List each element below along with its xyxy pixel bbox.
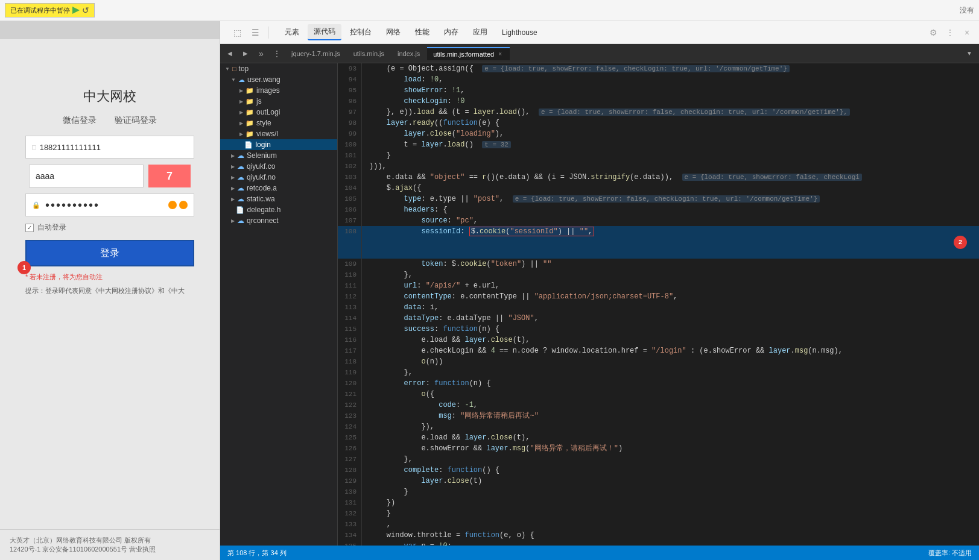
tab-application[interactable]: 应用 xyxy=(467,25,493,40)
tree-item-images[interactable]: ▶ 📁 images xyxy=(220,85,337,96)
password-field[interactable]: 🔒 •••••••••• xyxy=(25,193,194,216)
folder-icon: □ xyxy=(232,65,236,72)
file-tab-close-icon[interactable]: × xyxy=(496,51,504,58)
file-tab-utils[interactable]: utils.min.js xyxy=(347,48,390,60)
refresh-icon[interactable]: ↺ xyxy=(82,5,89,15)
arrow-icon: ▶ xyxy=(231,164,235,169)
tree-item-delegate[interactable]: 📄 delegate.h xyxy=(220,204,337,215)
tree-item-top[interactable]: ▼ □ top xyxy=(220,63,337,74)
file-tab-jquery[interactable]: jquery-1.7.min.js xyxy=(285,48,346,60)
line-113: 113 data: i, xyxy=(338,302,979,313)
line-135: 135 var n = !0; xyxy=(338,541,979,546)
inspect-icon[interactable]: ⬚ xyxy=(230,25,244,40)
left-panel: 中大网校 微信登录 验证码登录 □ 18821111111111 aaaa 7 … xyxy=(0,21,220,560)
line-117: 117 e.checkLogin && 4 == n.code ? window… xyxy=(338,345,979,356)
folder-icon: 📁 xyxy=(246,109,254,116)
nav-forward-icon[interactable]: ▶ xyxy=(238,46,253,61)
more-icon[interactable]: ⋮ xyxy=(943,25,957,40)
line-98: 98 layer.ready((function(e) { xyxy=(338,118,979,128)
close-devtools-icon[interactable]: × xyxy=(960,25,974,40)
wechat-login-tab[interactable]: 微信登录 xyxy=(63,115,97,126)
collapse-icon[interactable]: ▼ xyxy=(962,46,977,61)
nav-more-icon[interactable]: » xyxy=(254,46,268,61)
line-97: 97 }, e)).load && (t = layer.load(), e =… xyxy=(338,107,979,118)
folder-icon: 📁 xyxy=(246,98,254,105)
orange-dot-1 xyxy=(168,201,177,209)
folder-icon: 📁 xyxy=(246,130,254,138)
line-93: 93 (e = Object.assign({ e = {load: true,… xyxy=(338,63,979,74)
arrow-icon: ▶ xyxy=(239,99,243,104)
tree-item-qrconnect[interactable]: ▶ ☁ qrconnect xyxy=(220,215,337,226)
code-lines: 93 (e = Object.assign({ e = {load: true,… xyxy=(338,63,979,546)
line-108: 108 sessionId: $.cookie("sessionId") || … xyxy=(338,226,979,259)
auto-login-label: 自动登录 xyxy=(37,222,66,233)
tree-item-selenium[interactable]: ▶ ☁ Selenium xyxy=(220,150,337,161)
line-122: 122 code: -1, xyxy=(338,400,979,411)
tree-item-style[interactable]: ▶ 📁 style xyxy=(220,118,337,128)
captcha-image[interactable]: 7 xyxy=(148,165,191,187)
tree-label: style xyxy=(256,119,271,127)
tree-label-top: top xyxy=(239,64,249,73)
line-103: 103 e.data && "object" == r()(e.data) &&… xyxy=(338,172,979,183)
tree-label: qiyukf.co xyxy=(247,162,275,171)
tree-item-retcode[interactable]: ▶ ☁ retcode.a xyxy=(220,183,337,193)
file-tab-utils-formatted[interactable]: utils.min.js:formatted × xyxy=(427,47,510,60)
webpage-content: 中大网校 微信登录 验证码登录 □ 18821111111111 aaaa 7 … xyxy=(0,39,220,529)
line-119: 119 }, xyxy=(338,367,979,378)
tab-elements[interactable]: 元素 xyxy=(279,25,305,40)
line-112: 112 contentType: e.contentType || "appli… xyxy=(338,291,979,302)
top-icons: ⬚ ☰ xyxy=(225,23,276,42)
top-bar: 已在调试程序中暂停 ↺ 没有 xyxy=(0,0,979,21)
captcha-login-tab[interactable]: 验证码登录 xyxy=(115,115,157,126)
captcha-input[interactable]: aaaa xyxy=(29,165,144,187)
arrow-icon: ▶ xyxy=(231,197,235,202)
tab-performance[interactable]: 性能 xyxy=(409,25,436,40)
settings-icon[interactable]: ⚙ xyxy=(926,25,940,40)
line-133: 133 , xyxy=(338,519,979,530)
cloud-icon: ☁ xyxy=(237,162,244,171)
tree-item-views[interactable]: ▶ 📁 views/l xyxy=(220,128,337,139)
file-menu-icon[interactable]: ⋮ xyxy=(270,46,284,61)
device-icon[interactable]: ☰ xyxy=(248,25,262,40)
tab-lighthouse[interactable]: Lighthouse xyxy=(496,26,543,39)
tab-memory[interactable]: 内存 xyxy=(438,25,464,40)
tree-item-static[interactable]: ▶ ☁ static.wa xyxy=(220,193,337,204)
tree-label: qiyukf.no xyxy=(247,173,276,181)
tab-sources[interactable]: 源代码 xyxy=(308,24,341,40)
tree-label: static.wa xyxy=(247,195,275,203)
tree-label: delegate.h xyxy=(247,206,280,214)
line-109: 109 token: $.cookie("token") || "" xyxy=(338,259,979,269)
tree-item-login[interactable]: 📄 login xyxy=(220,139,337,150)
auto-login-checkbox[interactable]: ✓ xyxy=(25,224,34,232)
login-tabs: 微信登录 验证码登录 xyxy=(63,115,157,126)
phone-field[interactable]: □ 18821111111111 xyxy=(25,136,194,159)
line-126: 126 e.showError && layer.msg("网络异常，请稍后再试… xyxy=(338,443,979,454)
line-130: 130 } xyxy=(338,486,979,497)
position-text: 第 108 行，第 34 列 xyxy=(227,549,287,558)
file-tab-index[interactable]: index.js xyxy=(391,48,426,60)
cloud-icon: ☁ xyxy=(237,151,244,160)
login-button[interactable]: 登录 1 xyxy=(25,240,194,266)
tree-label: user.wang xyxy=(247,75,280,84)
code-content[interactable]: 93 (e = Object.assign({ e = {load: true,… xyxy=(338,63,979,546)
tree-item-qiyukf2[interactable]: ▶ ☁ qiyukf.no xyxy=(220,172,337,183)
tree-label: login xyxy=(255,140,270,149)
arrow-icon xyxy=(239,142,242,148)
arrow-icon: ▶ xyxy=(239,110,243,115)
line-127: 127 }, xyxy=(338,454,979,465)
folder-icon: 📁 xyxy=(246,119,254,127)
line-134: 134 window.throttle = function(e, o) { xyxy=(338,530,979,541)
tree-item-userwang[interactable]: ▼ ☁ user.wang xyxy=(220,74,337,85)
left-footer: 大英才（北京）网络教育科技有限公司 版权所有 12420号-1 京公安备1101… xyxy=(0,529,220,560)
nav-back-icon[interactable]: ◀ xyxy=(223,46,237,61)
tree-item-outlogi[interactable]: ▶ 📁 outLogi xyxy=(220,107,337,118)
tree-item-qiyukf1[interactable]: ▶ ☁ qiyukf.co xyxy=(220,161,337,172)
play-icon[interactable] xyxy=(72,7,80,14)
line-111: 111 url: "/apis/" + e.url, xyxy=(338,280,979,291)
tab-network[interactable]: 网络 xyxy=(380,25,407,40)
tree-label: qrconnect xyxy=(247,216,279,225)
tab-console[interactable]: 控制台 xyxy=(344,25,378,40)
cloud-icon: ☁ xyxy=(238,76,245,84)
tree-item-js[interactable]: ▶ 📁 js xyxy=(220,96,337,107)
line-128: 128 complete: function() { xyxy=(338,465,979,476)
